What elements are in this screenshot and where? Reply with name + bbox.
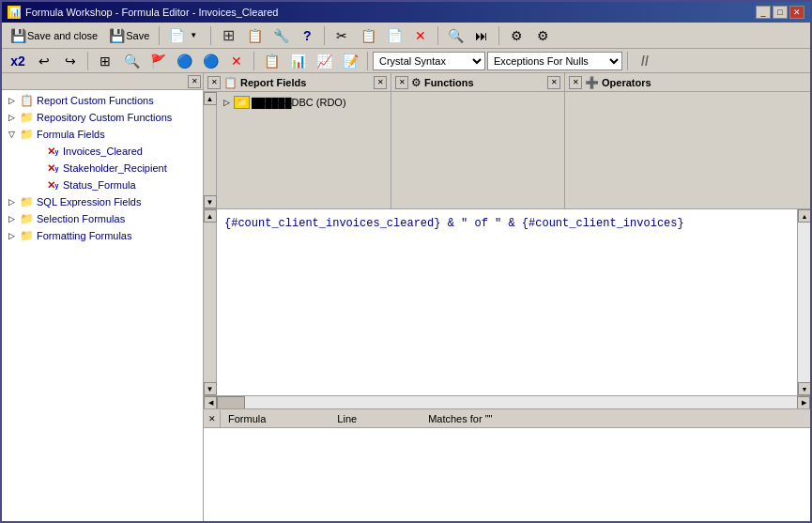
functions-close[interactable]: ✕ — [547, 76, 560, 89]
scroll-down-btn[interactable]: ▼ — [204, 195, 217, 208]
tree-item-stakeholder[interactable]: ✕y Stakeholder_Recipient — [30, 160, 201, 177]
maximize-button[interactable]: □ — [773, 6, 788, 19]
expand-button[interactable]: ⊞ — [93, 51, 117, 71]
tree-item-repo-custom[interactable]: ▷ 📁 Repository Custom Functions — [4, 109, 201, 126]
clear-button[interactable]: ✕ — [224, 51, 249, 71]
left-panel-close[interactable]: ✕ — [188, 75, 201, 88]
bottom-content[interactable] — [204, 428, 810, 521]
gear-button[interactable]: ⚙ — [504, 25, 529, 46]
editor-left-up[interactable]: ▲ — [204, 209, 217, 223]
redo-icon: ↪ — [63, 54, 78, 69]
bookmark-button[interactable]: 🚩 — [146, 51, 170, 71]
cut-button[interactable]: ✂ — [329, 25, 354, 46]
paste-button[interactable]: 📄 — [382, 25, 406, 46]
tree-item-report-custom[interactable]: ▷ 📋 Report Custom Functions — [4, 92, 201, 109]
title-bar-left: 📊 Formula Workshop - Formula Editor - In… — [8, 6, 278, 19]
operators-header: ✕ ➕ Operators — [565, 73, 810, 92]
check-button[interactable]: ⊞ — [216, 25, 240, 46]
separator-9 — [627, 52, 628, 70]
group-icon: 📈 — [316, 54, 331, 69]
expander-formula-fields[interactable]: ▽ — [6, 129, 17, 140]
sort-button[interactable]: x2 — [6, 51, 30, 71]
formula-button[interactable]: 📝 — [338, 51, 362, 71]
editor-left-down[interactable]: ▼ — [204, 382, 217, 395]
label-sql: SQL Expression Fields — [37, 196, 141, 208]
h-scroll-track — [217, 396, 797, 409]
bottom-col-line: Line — [329, 411, 364, 426]
save-close-button[interactable]: 💾 Save and close — [6, 25, 102, 46]
sort-icon: x2 — [10, 54, 25, 69]
browse-button[interactable]: 📋 — [242, 25, 267, 46]
undo-button[interactable]: ↩ — [32, 51, 56, 71]
expander-report-custom[interactable]: ▷ — [6, 95, 17, 106]
tree-item-invoices-cleared[interactable]: ✕y Invoices_Cleared — [30, 143, 201, 160]
functions-icon: ⚙ — [411, 76, 421, 89]
close-button[interactable]: ✕ — [789, 6, 804, 19]
minimize-button[interactable]: _ — [756, 6, 771, 19]
folder-icon-report-custom: 📋 — [19, 93, 34, 108]
find-next-button[interactable]: ⏭ — [469, 25, 494, 46]
new-button[interactable]: 📄 ▼ — [164, 25, 206, 46]
expander-formatting[interactable]: ▷ — [6, 230, 17, 241]
db-expander[interactable]: ▷ — [221, 97, 232, 108]
tree-item-selection[interactable]: ▷ 📁 Selection Formulas — [4, 210, 201, 227]
find-button[interactable]: 🔍 — [443, 25, 467, 46]
formula-icon-invoices: ✕y — [45, 144, 60, 159]
search-button[interactable]: 🔍 — [119, 51, 144, 71]
fields-button[interactable]: 📋 — [259, 51, 283, 71]
help-button[interactable]: ? — [295, 25, 319, 46]
dropdown-icon: ▼ — [186, 28, 201, 43]
label-formatting: Formatting Formulas — [37, 230, 131, 241]
comment-button[interactable]: // — [633, 51, 657, 71]
h-scroll-right[interactable]: ▶ — [797, 396, 810, 409]
bottom-close-btn[interactable]: ✕ — [204, 410, 221, 427]
exceptions-select[interactable]: Exceptions For Nulls Default Values For … — [487, 52, 622, 70]
expander-repo-custom[interactable]: ▷ — [6, 112, 17, 123]
scroll-up-btn[interactable]: ▲ — [204, 92, 217, 105]
db-entry[interactable]: ▷ 📁 ██████DBC (RDO) — [219, 94, 389, 111]
expander-sql[interactable]: ▷ — [6, 196, 17, 208]
editor-scroll-track — [798, 223, 810, 382]
functions-content[interactable] — [391, 92, 564, 208]
gear2-button[interactable]: ⚙ — [530, 25, 555, 46]
operators-collapse[interactable]: ✕ — [569, 76, 582, 89]
separator-1 — [159, 26, 160, 45]
left-panel: ✕ ▷ 📋 Report Custom Functions ▷ 📁 Reposi… — [2, 73, 204, 521]
report-button[interactable]: 📊 — [285, 51, 310, 71]
save-button[interactable]: 💾 Save — [104, 25, 154, 46]
panels-row: ✕ 📋 Report Fields ✕ ▲ ▼ ▷ — [204, 73, 810, 209]
copy-button[interactable]: 📋 — [356, 25, 380, 46]
report-fields-close[interactable]: ✕ — [374, 76, 387, 89]
operators-content[interactable] — [565, 92, 810, 208]
tree-item-sql[interactable]: ▷ 📁 SQL Expression Fields — [4, 193, 201, 210]
expander-selection[interactable]: ▷ — [6, 213, 17, 224]
report-fields-collapse[interactable]: ✕ — [207, 76, 221, 89]
report-fields-content[interactable]: ▷ 📁 ██████DBC (RDO) — [217, 92, 391, 208]
expander-status — [32, 179, 43, 191]
nav-next-button[interactable]: 🔵 — [198, 51, 222, 71]
nav-prev-button[interactable]: 🔵 — [172, 51, 196, 71]
wrench-icon: 🔧 — [273, 28, 288, 43]
group-button[interactable]: 📈 — [312, 51, 336, 71]
expander-invoices — [32, 146, 43, 157]
bottom-col-matches: Matches for "" — [421, 411, 499, 426]
report-icon: 📊 — [290, 54, 305, 69]
syntax-select[interactable]: Crystal Syntax Basic Syntax — [373, 52, 485, 70]
tree-item-formatting[interactable]: ▷ 📁 Formatting Formulas — [4, 227, 201, 244]
functions-collapse[interactable]: ✕ — [395, 76, 408, 89]
redo-button[interactable]: ↪ — [58, 51, 83, 71]
tree-item-status-formula[interactable]: ✕y Status_Formula — [30, 177, 201, 193]
editor-scroll-down[interactable]: ▼ — [798, 382, 810, 395]
tree-item-formula-fields[interactable]: ▽ 📁 Formula Fields — [4, 126, 201, 143]
label-selection: Selection Formulas — [37, 213, 125, 224]
toolbar-main: 💾 Save and close 💾 Save 📄 ▼ ⊞ 📋 🔧 ? ✂ — [2, 23, 810, 49]
editor-scroll-up[interactable]: ▲ — [798, 209, 810, 223]
editor-container[interactable]: {#count_client_invoices_cleared} & " of … — [217, 209, 797, 395]
tree-area[interactable]: ▷ 📋 Report Custom Functions ▷ 📁 Reposito… — [2, 90, 203, 521]
h-scroll-left[interactable]: ◀ — [204, 396, 217, 409]
wrench-button[interactable]: 🔧 — [268, 25, 293, 46]
separator-6 — [87, 52, 88, 70]
left-editor-scroll: ▲ ▼ — [204, 209, 217, 395]
editor-content[interactable]: {#count_client_invoices_cleared} & " of … — [217, 209, 797, 238]
delete-button[interactable]: ✕ — [408, 25, 433, 46]
